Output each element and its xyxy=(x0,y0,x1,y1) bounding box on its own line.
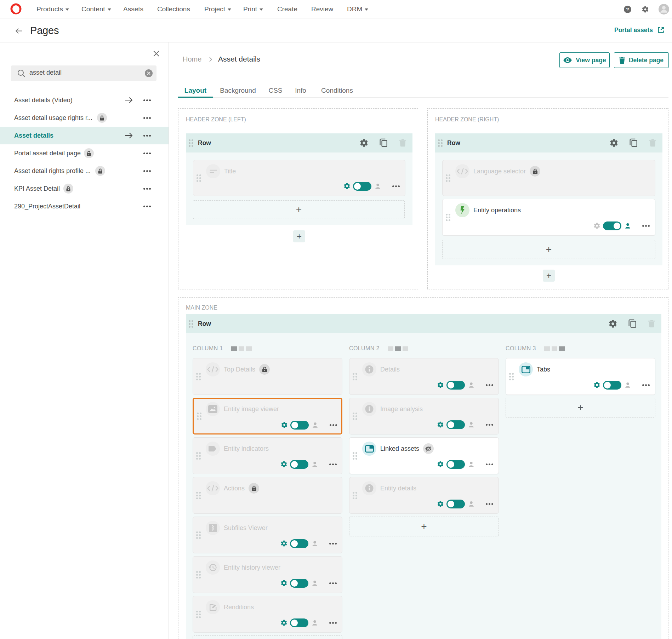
svg-text:?: ? xyxy=(626,7,629,12)
